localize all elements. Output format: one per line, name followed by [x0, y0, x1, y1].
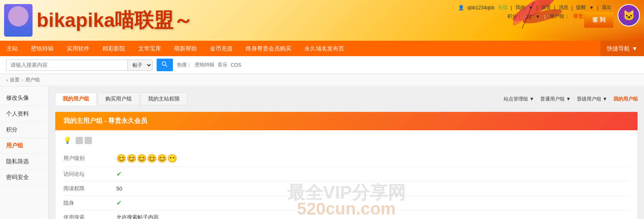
sep2: ▼: [528, 5, 533, 11]
tab-level-group[interactable]: 晋级用户组 ▼: [577, 96, 607, 103]
table-row-access: 访问论坛 ✔: [63, 167, 629, 182]
site-header: bikapika喵联盟～ 👤 qbb1234qbb 在线 | 我的 ▼ | 设置…: [0, 0, 644, 41]
sidebar-item-privacy[interactable]: 隐私筛选: [0, 154, 48, 170]
usergroup-header-text: 我的主用户组 - 尊贵永久会员: [63, 117, 147, 125]
user-avatar-row: 💡: [63, 136, 629, 144]
user-avatar-thumb: 🐱: [618, 4, 640, 26]
svg-line-5: [166, 65, 167, 67]
user-links-row: 👤 qbb1234qbb 在线 | 我的 ▼ | 设置 | 消息 | 提醒 ▼ …: [458, 4, 611, 11]
tab-my-group-right[interactable]: 我的用户组: [613, 96, 638, 103]
sidebar-item-score[interactable]: 积分: [0, 122, 48, 138]
logo-area: bikapika喵联盟～: [4, 4, 193, 37]
nav-vip[interactable]: 终身尊贵会员购买: [239, 41, 298, 56]
field-label-level: 用户级别: [63, 150, 112, 167]
tabs-right: 站点管理组 ▼ 普通用户组 ▼ 晋级用户组 ▼ 我的用户组: [504, 96, 638, 103]
site-title: bikapika喵联盟～: [37, 7, 193, 33]
tabs-left: 我的用户组 购买用户组 我的主站权限: [55, 92, 188, 105]
sep6: |: [597, 5, 598, 11]
table-row-hidden: 隐身 ✔: [63, 196, 629, 210]
my-link[interactable]: 我的: [515, 4, 525, 11]
sidebar-item-security[interactable]: 密码安全: [0, 170, 48, 186]
signin-button[interactable]: 签 到: [584, 12, 613, 28]
nav-home[interactable]: 主站: [0, 41, 24, 56]
usergroup-label: 用户组：: [550, 13, 569, 20]
sep5: |: [572, 5, 573, 11]
tab-level-arrow: ▼: [603, 96, 607, 102]
tab-my-usergroup[interactable]: 我的用户组: [55, 92, 97, 105]
field-value-level: 😊😊😊😊😊😶: [112, 150, 629, 167]
sidebar-item-usergroup[interactable]: 用户组: [0, 138, 48, 154]
tab-buy-usergroup[interactable]: 购买用户组: [98, 92, 140, 105]
nav-library[interactable]: 文学宝库: [132, 41, 168, 56]
hot-item-music[interactable]: 音乐: [218, 61, 227, 68]
notifications-link[interactable]: 提醒: [576, 4, 586, 11]
site-mascot: [4, 4, 33, 37]
sep4: |: [554, 5, 555, 11]
main-navbar: 主站 壁纸特辑 实用软件 精彩影院 文学宝库 萌新帮助 金币充值 终身尊贵会员购…: [0, 41, 644, 56]
sep1: |: [511, 5, 512, 11]
table-row-readlevel: 阅读权限 50: [63, 182, 629, 196]
tab-admin-group[interactable]: 站点管理组 ▼: [504, 96, 534, 103]
score-value: 22: [526, 14, 531, 20]
usergroup-body: 最全VIP分享网 520cun.com 💡 用户级别: [55, 130, 637, 219]
hot-label: 热搜：: [177, 61, 192, 68]
field-value-search: 允许搜索帖子内容: [112, 210, 629, 219]
score-label: 积分：: [507, 13, 522, 20]
nav-wallpaper[interactable]: 壁纸特辑: [24, 41, 60, 56]
user-name-block: [76, 137, 92, 144]
online-status: 在线: [498, 4, 508, 11]
tabs-header: 我的用户组 购买用户组 我的主站权限 站点管理组 ▼ 普通用户组 ▼ 晋级用户组…: [55, 92, 638, 105]
tab-main-permissions[interactable]: 我的主站权限: [140, 92, 188, 105]
breadcrumb: › 设置 › 用户组: [0, 74, 644, 86]
svg-point-4: [162, 62, 166, 66]
main-content: 我的用户组 购买用户组 我的主站权限 站点管理组 ▼ 普通用户组 ▼ 晋级用户组…: [49, 86, 644, 219]
info-table: 用户级别 😊😊😊😊😊😶 访问论坛 ✔ 阅读权限 50: [63, 150, 629, 219]
search-bar: 帖子 热搜： 壁纸特辑 音乐 COS: [0, 56, 644, 74]
field-label-readlevel: 阅读权限: [63, 182, 112, 196]
hot-item-wallpaper[interactable]: 壁纸特辑: [195, 61, 214, 68]
table-row-search: 使用搜索 允许搜索帖子内容: [63, 210, 629, 219]
search-button[interactable]: [157, 59, 173, 71]
field-value-access: ✔: [112, 167, 629, 182]
breadcrumb-sep-start: ›: [6, 77, 8, 83]
usergroup-header: 我的主用户组 - 尊贵永久会员: [55, 112, 637, 130]
sep3: |: [537, 5, 538, 11]
messages-link[interactable]: 消息: [559, 4, 568, 11]
search-input[interactable]: [7, 60, 127, 70]
nav-movies[interactable]: 精彩影院: [96, 41, 132, 56]
nav-domain[interactable]: 永久域名发布页: [298, 41, 351, 56]
sidebar-item-avatar[interactable]: 修改头像: [0, 90, 48, 106]
nav-help[interactable]: 萌新帮助: [168, 41, 203, 56]
quick-nav-button[interactable]: 快捷导航 ▼: [600, 41, 644, 56]
nav-software[interactable]: 实用软件: [60, 41, 96, 56]
nav-coins[interactable]: 金币充值: [203, 41, 239, 56]
search-input-wrap: 帖子: [6, 59, 153, 71]
tab-normal-arrow: ▼: [566, 96, 571, 102]
notif-arrow: ▼: [589, 5, 594, 11]
logout-link[interactable]: 退出: [602, 4, 611, 11]
breadcrumb-settings[interactable]: 设置: [10, 77, 20, 83]
settings-link[interactable]: 设置: [541, 4, 551, 11]
field-value-readlevel: 50: [112, 182, 629, 196]
breadcrumb-usergroup: 用户组: [25, 77, 40, 83]
field-value-hidden: ✔: [112, 196, 629, 210]
quick-nav-label: 快捷导航: [607, 41, 630, 56]
bulb-icon: 💡: [63, 136, 72, 144]
field-label-hidden: 隐身: [63, 196, 112, 210]
sidebar-item-profile[interactable]: 个人资料: [0, 106, 48, 122]
usergroup-panel: 我的主用户组 - 尊贵永久会员 最全VIP分享网 520cun.com 💡: [55, 112, 638, 219]
hot-item-cos[interactable]: COS: [231, 62, 241, 68]
search-icon: [162, 61, 168, 68]
hot-search: 热搜： 壁纸特辑 音乐 COS: [177, 61, 241, 68]
name-char-2: [85, 137, 92, 144]
divider: |: [544, 14, 546, 20]
access-check: ✔: [116, 171, 122, 177]
quick-nav-arrow: ▼: [632, 41, 637, 56]
hidden-check: ✔: [116, 199, 122, 206]
user-icon: 👤: [458, 5, 464, 11]
tab-normal-group[interactable]: 普通用户组 ▼: [540, 96, 571, 103]
table-row-level: 用户级别 😊😊😊😊😊😶: [63, 150, 629, 167]
search-type-select[interactable]: 帖子: [127, 60, 152, 70]
tab-admin-arrow: ▼: [529, 96, 534, 102]
username-link[interactable]: qbb1234qbb: [467, 5, 495, 11]
